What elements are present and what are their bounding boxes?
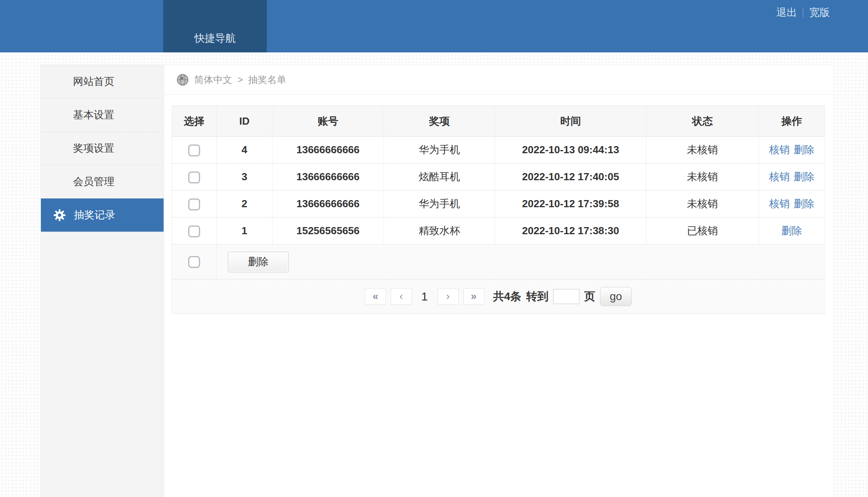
- row-checkbox[interactable]: [188, 144, 200, 156]
- sidebar-item-label: 基本设置: [73, 108, 114, 122]
- last-page-button[interactable]: »: [463, 288, 484, 305]
- col-account: 账号: [272, 106, 384, 137]
- sidebar-item-home[interactable]: 网站首页: [41, 65, 164, 98]
- cell-time: 2022-10-12 17:40:05: [495, 164, 646, 191]
- breadcrumb: 简体中文 > 抽奖名单: [165, 65, 832, 94]
- goto-label: 转到: [526, 289, 548, 304]
- cell-account: 13666666666: [272, 137, 384, 164]
- cell-prize: 精致水杯: [384, 218, 495, 245]
- col-time: 时间: [495, 106, 646, 137]
- cell-account: 15256565656: [272, 218, 384, 245]
- sidebar: 网站首页 基本设置 奖项设置 会员管理: [41, 65, 164, 497]
- header-links-divider: [803, 8, 803, 17]
- sidebar-item-label: 奖项设置: [73, 141, 114, 155]
- row-checkbox[interactable]: [188, 225, 200, 237]
- breadcrumb-page: 抽奖名单: [248, 73, 286, 86]
- next-page-button[interactable]: ›: [438, 288, 459, 305]
- first-page-button[interactable]: «: [365, 288, 386, 305]
- globe-icon: [176, 73, 189, 86]
- cell-status: 未核销: [646, 191, 759, 218]
- cell-account: 13666666666: [272, 191, 384, 218]
- top-header: 快捷导航 退出 宽版: [0, 0, 868, 52]
- delete-link[interactable]: 删除: [794, 144, 814, 156]
- col-status: 状态: [646, 106, 759, 137]
- cell-prize: 华为手机: [384, 137, 495, 164]
- sidebar-item-label: 会员管理: [73, 175, 114, 189]
- table-footer-row: 删除: [172, 245, 825, 279]
- col-operation: 操作: [759, 106, 825, 137]
- cell-id: 4: [217, 137, 272, 164]
- logout-link[interactable]: 退出: [776, 6, 797, 19]
- delete-link[interactable]: 删除: [781, 225, 802, 237]
- current-page: 1: [421, 290, 428, 303]
- verify-link[interactable]: 核销: [769, 171, 790, 183]
- cell-status: 已核销: [646, 218, 759, 245]
- delete-link[interactable]: 删除: [794, 198, 814, 210]
- table-row: 2 13666666666 华为手机 2022-10-12 17:39:58 未…: [172, 191, 825, 218]
- total-count-label: 共4条: [493, 289, 522, 304]
- prev-page-button[interactable]: ‹: [391, 288, 412, 305]
- cell-status: 未核销: [646, 137, 759, 164]
- row-checkbox[interactable]: [188, 198, 200, 210]
- sidebar-item-basic-settings[interactable]: 基本设置: [41, 98, 164, 132]
- tab-quick-nav-label: 快捷导航: [195, 31, 236, 45]
- sidebar-item-prize-settings[interactable]: 奖项设置: [41, 132, 164, 165]
- table-row: 4 13666666666 华为手机 2022-10-13 09:44:13 未…: [172, 137, 825, 164]
- col-id: ID: [217, 106, 272, 137]
- row-checkbox[interactable]: [188, 171, 200, 183]
- table-row: 1 15256565656 精致水杯 2022-10-12 17:38:30 已…: [172, 218, 825, 245]
- pagination-row: « ‹ 1 › » 共4条 转到 页 go: [172, 279, 825, 314]
- col-select: 选择: [172, 106, 217, 137]
- table-row: 3 13666666666 炫酷耳机 2022-10-12 17:40:05 未…: [172, 164, 825, 191]
- cell-time: 2022-10-12 17:39:58: [495, 191, 646, 218]
- bulk-delete-button[interactable]: 删除: [228, 252, 289, 272]
- cell-account: 13666666666: [272, 164, 384, 191]
- cell-time: 2022-10-12 17:38:30: [495, 218, 646, 245]
- sidebar-item-lottery-records[interactable]: 抽奖记录: [41, 198, 164, 232]
- breadcrumb-language: 简体中文: [194, 73, 232, 86]
- header-links: 退出 宽版: [776, 6, 830, 19]
- verify-link[interactable]: 核销: [769, 144, 790, 156]
- cell-status: 未核销: [646, 164, 759, 191]
- sidebar-item-member-management[interactable]: 会员管理: [41, 165, 164, 198]
- cell-time: 2022-10-13 09:44:13: [495, 137, 646, 164]
- select-all-checkbox[interactable]: [188, 256, 200, 268]
- tab-quick-nav[interactable]: 快捷导航: [163, 0, 267, 52]
- page-number-input[interactable]: [553, 289, 579, 304]
- page-unit-label: 页: [584, 289, 595, 304]
- go-button[interactable]: go: [600, 287, 632, 306]
- cell-id: 3: [217, 164, 272, 191]
- gear-icon: [53, 209, 66, 222]
- pagination: « ‹ 1 › » 共4条 转到 页 go: [172, 287, 825, 306]
- cell-id: 2: [217, 191, 272, 218]
- breadcrumb-separator: >: [237, 74, 243, 85]
- col-prize: 奖项: [384, 106, 495, 137]
- delete-link[interactable]: 删除: [794, 171, 814, 183]
- sidebar-item-label: 抽奖记录: [74, 208, 115, 222]
- verify-link[interactable]: 核销: [769, 198, 790, 210]
- main-panel: 简体中文 > 抽奖名单 选择 ID 账号 奖项 时间 状态 操作: [165, 65, 832, 497]
- cell-prize: 华为手机: [384, 191, 495, 218]
- records-table: 选择 ID 账号 奖项 时间 状态 操作 4 13666666666 华为手机 …: [172, 106, 825, 314]
- sidebar-item-label: 网站首页: [73, 75, 114, 89]
- table-header-row: 选择 ID 账号 奖项 时间 状态 操作: [172, 106, 825, 137]
- cell-prize: 炫酷耳机: [384, 164, 495, 191]
- cell-id: 1: [217, 218, 272, 245]
- wide-version-link[interactable]: 宽版: [809, 6, 830, 19]
